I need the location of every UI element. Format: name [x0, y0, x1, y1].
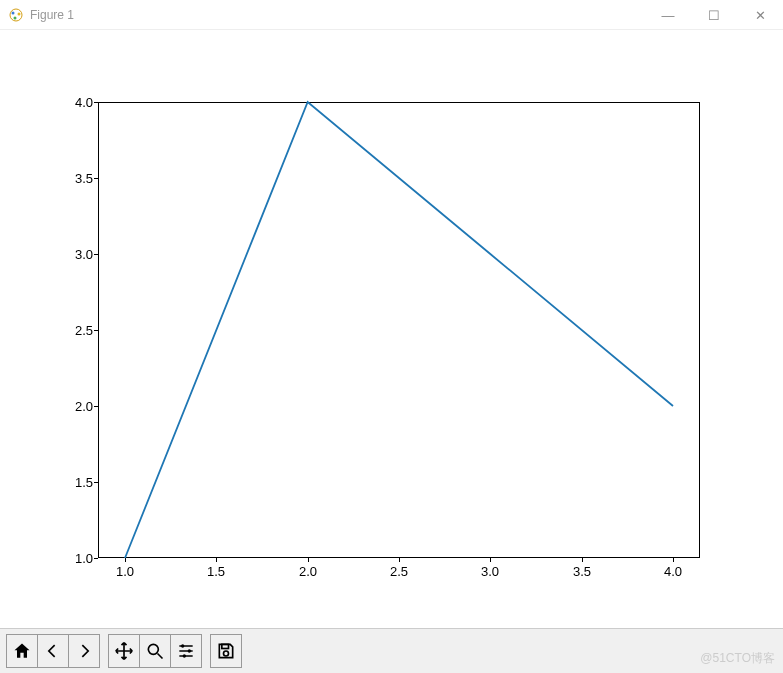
svg-point-2: [18, 12, 21, 15]
svg-point-4: [148, 644, 158, 654]
svg-point-1: [12, 11, 15, 14]
svg-point-3: [14, 16, 17, 19]
x-tick-mark: [216, 558, 217, 562]
maximize-button[interactable]: ☐: [691, 0, 737, 30]
svg-point-5: [181, 644, 184, 647]
save-button[interactable]: [210, 634, 242, 668]
y-tick-label: 2.0: [53, 399, 93, 414]
y-tick-label: 1.0: [53, 551, 93, 566]
pan-button[interactable]: [108, 634, 140, 668]
x-tick-label: 1.5: [207, 564, 225, 579]
x-tick-mark: [125, 558, 126, 562]
matplotlib-toolbar: @51CTO博客: [0, 628, 783, 673]
x-tick-mark: [399, 558, 400, 562]
app-icon: [8, 7, 24, 23]
window-titlebar: Figure 1 — ☐ ✕: [0, 0, 783, 30]
y-tick-label: 3.5: [53, 171, 93, 186]
x-tick-mark: [490, 558, 491, 562]
x-tick-label: 1.0: [116, 564, 134, 579]
zoom-icon: [145, 641, 165, 661]
y-tick-label: 4.0: [53, 95, 93, 110]
x-tick-label: 3.0: [481, 564, 499, 579]
x-tick-label: 3.5: [573, 564, 591, 579]
chart-canvas: 1.0 1.5 2.0 2.5 3.0 3.5 4.0 1.0 1.5 2.0 …: [0, 30, 783, 628]
y-tick-mark: [94, 558, 98, 559]
x-tick-mark: [308, 558, 309, 562]
y-tick-label: 1.5: [53, 475, 93, 490]
svg-point-9: [224, 651, 229, 656]
y-tick-label: 2.5: [53, 323, 93, 338]
svg-point-0: [10, 9, 22, 21]
close-button[interactable]: ✕: [737, 0, 783, 30]
home-icon: [12, 641, 32, 661]
forward-button[interactable]: [68, 634, 100, 668]
minimize-button[interactable]: —: [645, 0, 691, 30]
x-tick-label: 2.0: [299, 564, 317, 579]
svg-rect-8: [222, 644, 229, 648]
watermark: @51CTO博客: [700, 650, 775, 667]
forward-icon: [74, 641, 94, 661]
svg-point-6: [188, 649, 191, 652]
x-tick-mark: [582, 558, 583, 562]
zoom-button[interactable]: [139, 634, 171, 668]
chart-line: [98, 102, 700, 558]
y-tick-label: 3.0: [53, 247, 93, 262]
save-icon: [216, 641, 236, 661]
x-tick-label: 4.0: [664, 564, 682, 579]
configure-button[interactable]: [170, 634, 202, 668]
home-button[interactable]: [6, 634, 38, 668]
pan-icon: [114, 641, 134, 661]
x-tick-label: 2.5: [390, 564, 408, 579]
svg-point-7: [183, 654, 186, 657]
back-button[interactable]: [37, 634, 69, 668]
window-title: Figure 1: [30, 8, 74, 22]
back-icon: [43, 641, 63, 661]
x-tick-mark: [673, 558, 674, 562]
window-controls: — ☐ ✕: [645, 0, 783, 30]
configure-icon: [176, 641, 196, 661]
